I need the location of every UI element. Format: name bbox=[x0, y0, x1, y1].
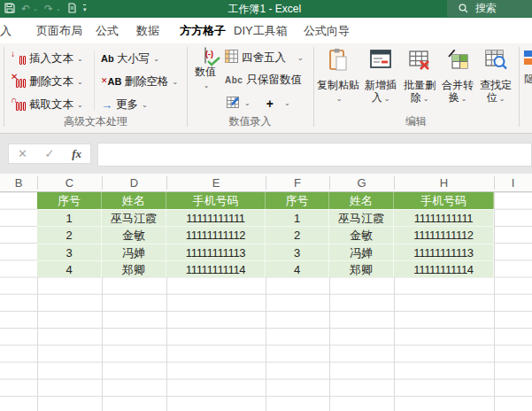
header-cell[interactable]: 手机号码 bbox=[394, 192, 494, 209]
fill-edit-button[interactable]: ⌄ + ⌄ bbox=[227, 95, 290, 112]
cell[interactable]: 金敏 bbox=[329, 226, 394, 243]
group-separator bbox=[519, 47, 520, 127]
cell[interactable]: 巫马江霞 bbox=[329, 209, 394, 226]
chevron-down-icon: ⌄ bbox=[77, 78, 83, 86]
undo-caret-icon[interactable]: ⌄ bbox=[33, 5, 38, 12]
round-button[interactable]: 四舍五入 ⌄ bbox=[225, 50, 304, 66]
cell[interactable]: 巫马江霞 bbox=[102, 209, 166, 226]
chevron-down-icon: ⌄ bbox=[384, 95, 390, 103]
header-cell[interactable]: 手机号码 bbox=[166, 192, 266, 209]
cell[interactable]: 冯婵 bbox=[102, 244, 166, 260]
chevron-down-icon: ⌄ bbox=[244, 99, 251, 107]
tab-formulas[interactable]: 公式 bbox=[96, 18, 119, 43]
redo-icon[interactable]: ↷ bbox=[44, 0, 53, 18]
tab-data[interactable]: 数据 bbox=[136, 18, 159, 43]
batch-delete-icon bbox=[408, 61, 432, 76]
cell[interactable]: 11111111111 bbox=[394, 209, 494, 226]
chevron-down-icon[interactable]: ⌄ bbox=[284, 99, 290, 107]
chevron-down-icon: ⌄ bbox=[153, 55, 159, 63]
worksheet-grid[interactable]: 序号 姓名 手机号码 序号 姓名 手机号码 1 巫马江霞 11111111111… bbox=[0, 192, 532, 411]
clipped-button-label: 隐 bbox=[524, 72, 532, 87]
cell[interactable]: 1 bbox=[37, 209, 102, 226]
column-header-i[interactable]: I bbox=[494, 174, 532, 192]
header-cell[interactable]: 序号 bbox=[266, 192, 329, 209]
tab-insert[interactable]: 插入 bbox=[0, 18, 12, 43]
cell[interactable]: 金敏 bbox=[102, 226, 166, 243]
column-header-h[interactable]: H bbox=[394, 174, 494, 192]
more-button[interactable]: → 更多⌄ bbox=[101, 95, 148, 114]
insert-function-icon[interactable]: fx bbox=[72, 147, 81, 161]
new-insert-button[interactable]: 新增插入⌄ bbox=[361, 48, 400, 124]
merge-convert-icon bbox=[446, 61, 470, 76]
save-icon[interactable] bbox=[4, 1, 15, 17]
column-header-d[interactable]: D bbox=[102, 174, 166, 192]
column-header-b[interactable]: B bbox=[0, 174, 37, 192]
cell[interactable]: 3 bbox=[37, 244, 102, 260]
keep-value-button[interactable]: Abc 只保留数值 bbox=[225, 73, 302, 88]
column-header-row: B C D E F G H I bbox=[0, 174, 532, 192]
cell[interactable]: 11111111113 bbox=[166, 244, 266, 260]
cell[interactable]: 1 bbox=[266, 209, 329, 226]
column-header-c[interactable]: C bbox=[37, 174, 102, 192]
cell[interactable]: 11111111114 bbox=[166, 260, 266, 277]
remove-spaces-button[interactable]: ✕AB 删除空格⌄ bbox=[101, 72, 178, 91]
tab-formula-wizard[interactable]: 公式向导 bbox=[304, 18, 350, 43]
group-label-advanced-text: 高级文本处理 bbox=[4, 114, 187, 129]
delete-text-button[interactable]: ✕ 删除文本⌄ bbox=[11, 72, 83, 91]
customize-qat-icon[interactable]: ▾ bbox=[83, 4, 87, 13]
tab-fangfanggezi[interactable]: 方方格子 bbox=[180, 18, 226, 43]
formula-input[interactable] bbox=[97, 143, 532, 167]
column-header-f[interactable]: F bbox=[266, 174, 329, 192]
chevron-down-icon: ⌄ bbox=[172, 78, 178, 86]
batch-delete-button[interactable]: 批量删除⌄ bbox=[400, 48, 439, 124]
cell[interactable]: 2 bbox=[37, 226, 102, 243]
search-label: 搜索 bbox=[475, 1, 497, 16]
cell[interactable]: 2 bbox=[266, 226, 329, 243]
value-button[interactable]: (-) 数值⌄ bbox=[189, 48, 222, 124]
column-divider bbox=[394, 176, 395, 190]
cell[interactable]: 4 bbox=[266, 260, 329, 277]
column-header-e[interactable]: E bbox=[166, 174, 266, 192]
header-cell[interactable]: 序号 bbox=[37, 192, 102, 209]
cell[interactable]: 11111111114 bbox=[394, 260, 494, 277]
cell[interactable]: 11111111111 bbox=[166, 209, 266, 226]
search-box[interactable]: 搜索 bbox=[447, 0, 532, 17]
copy-paste-button[interactable]: 复制粘贴⌄ bbox=[317, 48, 359, 124]
cell[interactable]: 11111111113 bbox=[394, 244, 494, 260]
find-locate-button[interactable]: 查找定位⌄ bbox=[476, 48, 515, 124]
insert-text-icon: ↓ bbox=[11, 51, 27, 66]
bar-icon bbox=[524, 58, 532, 65]
cell[interactable]: 郑卿 bbox=[102, 260, 166, 277]
cell[interactable]: 3 bbox=[266, 244, 329, 260]
header-cell[interactable]: 姓名 bbox=[102, 192, 166, 209]
enter-icon[interactable]: ✓ bbox=[45, 147, 55, 160]
cell[interactable]: 11111111112 bbox=[166, 226, 266, 243]
letter-case-icon: Ab bbox=[101, 53, 114, 64]
cell[interactable]: 冯婵 bbox=[329, 244, 394, 260]
column-header-g[interactable]: G bbox=[329, 174, 394, 192]
insert-text-button[interactable]: ↓ 插入文本⌄ bbox=[11, 49, 83, 68]
undo-icon[interactable]: ↶ bbox=[21, 0, 30, 18]
cell[interactable]: 11111111112 bbox=[394, 226, 494, 243]
search-icon bbox=[459, 1, 468, 17]
delete-text-icon: ✕ bbox=[11, 74, 27, 89]
letter-case-button[interactable]: Ab 大小写⌄ bbox=[101, 49, 159, 68]
cell[interactable]: 4 bbox=[37, 260, 102, 277]
cell[interactable]: 郑卿 bbox=[329, 260, 394, 277]
header-cell[interactable]: 姓名 bbox=[329, 192, 394, 209]
tab-diy-toolbox[interactable]: DIY工具箱 bbox=[234, 18, 288, 43]
cut-text-button[interactable]: ∩ 截取文本⌄ bbox=[11, 95, 83, 114]
column-divider bbox=[37, 176, 38, 190]
column-divider bbox=[494, 176, 495, 190]
redo-caret-icon[interactable]: ⌄ bbox=[56, 5, 61, 12]
remove-spaces-icon: ✕AB bbox=[101, 76, 121, 87]
merge-convert-button[interactable]: 合并转换⌄ bbox=[438, 48, 477, 124]
print-preview-icon[interactable] bbox=[67, 1, 77, 17]
plus-icon[interactable]: + bbox=[266, 97, 274, 111]
grid-pencil-icon bbox=[227, 95, 241, 112]
formula-bar-strip: ✕ ✓ fx bbox=[0, 134, 532, 174]
gridline bbox=[494, 192, 495, 411]
tab-page-layout[interactable]: 页面布局 bbox=[36, 18, 82, 43]
column-divider bbox=[266, 176, 266, 190]
cancel-icon[interactable]: ✕ bbox=[18, 147, 27, 160]
